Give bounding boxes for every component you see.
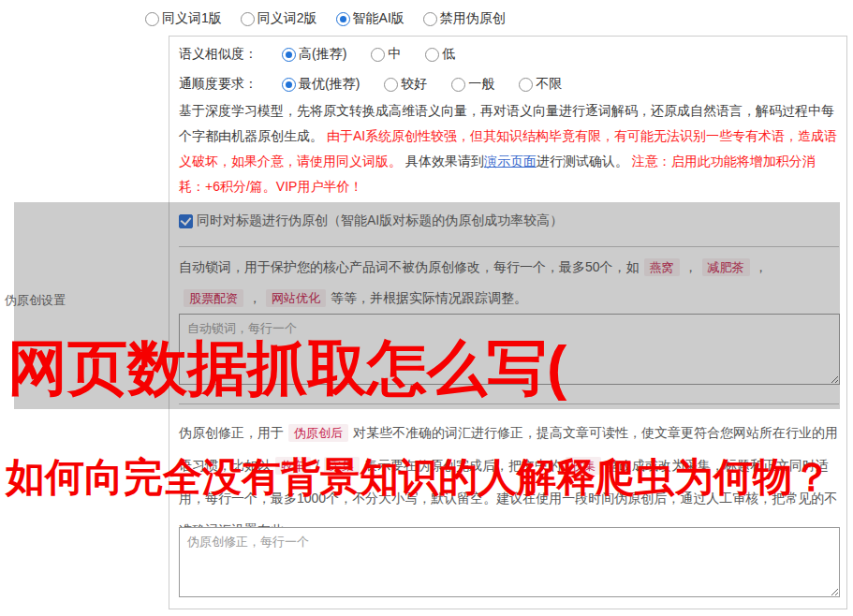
radio-option-label: 一般: [468, 76, 494, 93]
fluency-requirement-label: 通顺度要求：: [179, 76, 257, 93]
radio-unselected-icon[interactable]: [371, 48, 385, 62]
spinner-version-radio-group: 同义词1版 同义词2版 智能AI版 禁用伪原创: [145, 10, 506, 27]
radio-option-label: 低: [442, 46, 455, 63]
radio-option-label: 禁用伪原创: [440, 10, 506, 27]
semantic-similarity-row: 语义相似度： 高(推荐) 中 低: [179, 46, 455, 63]
radio-option-label: 高(推荐): [299, 46, 346, 63]
fluency-requirement-row: 通顺度要求： 最优(推荐) 较好 一般 不限: [179, 76, 562, 93]
caption-overlay-line2: 如何向完全没有背景知识的人解释爬虫为何物？: [6, 451, 831, 504]
radio-option-label: 较好: [401, 76, 427, 93]
ai-mode-description: 基于深度学习模型，先将原文转换成高维语义向量，再对语义向量进行逐词解码，还原成自…: [179, 98, 840, 199]
radio-option-label: 同义词2版: [257, 10, 317, 27]
radio-fluency-normal[interactable]: 一般: [451, 76, 494, 93]
radio-similarity-medium[interactable]: 中: [371, 46, 401, 63]
radio-option-label: 智能AI版: [353, 10, 404, 27]
radio-option-label: 同义词1版: [162, 10, 222, 27]
semantic-similarity-label: 语义相似度：: [179, 46, 257, 63]
description-text: 进行测试确认。: [537, 154, 632, 169]
radio-option-disable[interactable]: 禁用伪原创: [423, 10, 506, 27]
radio-unselected-icon[interactable]: [451, 78, 465, 92]
description-text: 具体效果请到: [405, 154, 484, 169]
caption-overlay-line1: 网页数据抓取怎么写(: [7, 328, 566, 409]
correction-text: 伪原创修正，用于: [179, 425, 284, 440]
radio-unselected-icon[interactable]: [423, 12, 437, 26]
radio-selected-icon[interactable]: [336, 12, 350, 26]
radio-fluency-good[interactable]: 较好: [384, 76, 427, 93]
radio-unselected-icon[interactable]: [145, 12, 159, 26]
radio-unselected-icon[interactable]: [425, 48, 439, 62]
radio-selected-icon[interactable]: [282, 78, 296, 92]
radio-option-label: 最优(推荐): [299, 76, 360, 93]
correction-words-textarea[interactable]: [179, 527, 840, 597]
radio-unselected-icon[interactable]: [241, 12, 255, 26]
radio-fluency-unlimited[interactable]: 不限: [519, 76, 562, 93]
radio-option-synonym-v1[interactable]: 同义词1版: [145, 10, 222, 27]
pseudo-original-settings-page: 同义词1版 同义词2版 智能AI版 禁用伪原创 语义相似度： 高(推荐) 中: [0, 0, 853, 616]
radio-similarity-high[interactable]: 高(推荐): [282, 46, 346, 63]
radio-option-ai-smart[interactable]: 智能AI版: [336, 10, 404, 27]
radio-selected-icon[interactable]: [282, 48, 296, 62]
radio-unselected-icon[interactable]: [384, 78, 398, 92]
radio-option-label: 中: [388, 46, 401, 63]
demo-page-link[interactable]: 演示页面: [484, 154, 537, 169]
example-keyword-tag: 伪原创后: [288, 424, 348, 442]
radio-unselected-icon[interactable]: [519, 78, 533, 92]
radio-similarity-low[interactable]: 低: [425, 46, 455, 63]
radio-option-synonym-v2[interactable]: 同义词2版: [241, 10, 317, 27]
radio-option-label: 不限: [536, 76, 562, 93]
radio-fluency-best[interactable]: 最优(推荐): [282, 76, 360, 93]
